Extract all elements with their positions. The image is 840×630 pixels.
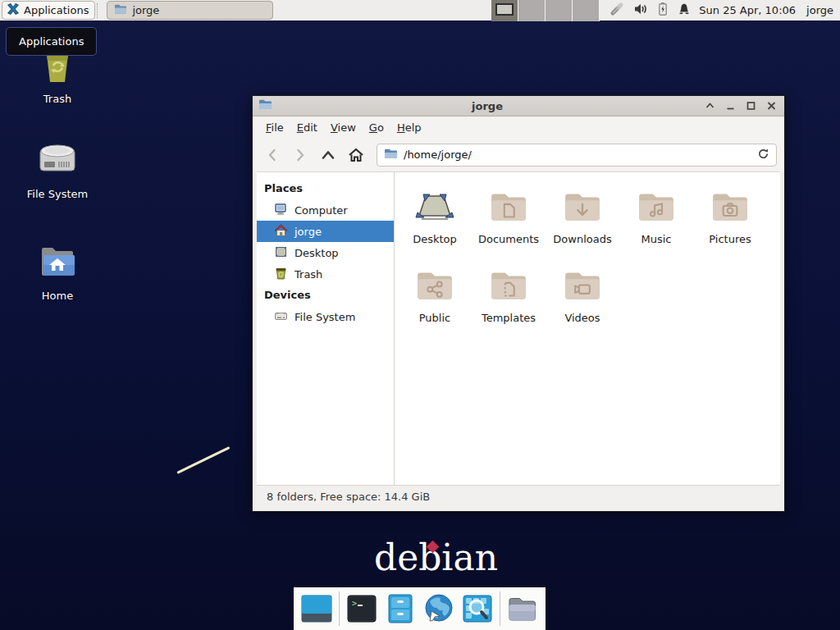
user-home-icon bbox=[274, 224, 288, 240]
sidebar-section-header: Devices bbox=[257, 285, 394, 306]
show-desktop-icon[interactable] bbox=[300, 592, 333, 625]
file-item-label: Documents bbox=[478, 233, 539, 245]
desktop-icon-home[interactable]: Home bbox=[10, 241, 105, 302]
sidebar-item-computer[interactable]: Computer bbox=[257, 199, 394, 221]
panel-clock[interactable]: Sun 25 Apr, 10:06 bbox=[699, 4, 796, 16]
window-frame bbox=[253, 508, 784, 511]
sidebar-section-header: Places bbox=[257, 178, 394, 199]
music-folder-icon bbox=[636, 186, 677, 230]
path-entry[interactable]: /home/jorge/ bbox=[377, 144, 777, 167]
desktop-special-icon bbox=[413, 186, 456, 230]
files-grid: Desktop Documents bbox=[395, 172, 780, 344]
applications-menu-button[interactable]: Applications bbox=[2, 1, 95, 20]
back-icon[interactable] bbox=[260, 143, 285, 167]
notifications-bell-icon[interactable] bbox=[678, 2, 691, 19]
desktop-icon-label: Trash bbox=[43, 93, 71, 105]
videos-folder-icon bbox=[562, 265, 603, 308]
sidebar: Places Computer bbox=[257, 172, 395, 485]
desktop-icon-label: File System bbox=[27, 188, 88, 200]
folder-icon[interactable] bbox=[506, 592, 539, 625]
sidebar-item-desktop[interactable]: Desktop bbox=[257, 242, 394, 263]
applications-menu-label: Applications bbox=[24, 4, 89, 16]
file-item-desktop[interactable]: Desktop bbox=[398, 186, 472, 265]
workspace-pager bbox=[491, 0, 600, 21]
menu-edit[interactable]: Edit bbox=[290, 119, 324, 136]
top-panel: Applications jorge bbox=[0, 0, 840, 22]
pen-icon[interactable] bbox=[609, 2, 624, 19]
titlebar[interactable]: jorge bbox=[253, 96, 784, 116]
file-item-label: Videos bbox=[564, 312, 600, 324]
file-cabinet-icon[interactable] bbox=[384, 592, 417, 625]
file-item-downloads[interactable]: Downloads bbox=[546, 186, 619, 265]
dock-separator bbox=[500, 591, 500, 626]
terminal-icon[interactable]: > bbox=[345, 592, 378, 625]
window-content: Places Computer bbox=[257, 171, 780, 485]
file-item-label: Templates bbox=[482, 312, 536, 324]
desktop-paint-stroke bbox=[176, 446, 230, 474]
sidebar-item-jorge[interactable]: jorge bbox=[257, 221, 394, 242]
public-folder-icon bbox=[414, 265, 455, 308]
shade-icon[interactable] bbox=[702, 98, 717, 113]
workspace-4[interactable] bbox=[573, 0, 600, 21]
file-item-public[interactable]: Public bbox=[398, 265, 472, 344]
workspace-1[interactable] bbox=[491, 0, 518, 21]
file-item-documents[interactable]: Documents bbox=[472, 186, 546, 265]
xfce-logo-icon bbox=[7, 2, 20, 18]
panel-user-menu[interactable]: jorge bbox=[806, 4, 833, 16]
close-icon[interactable] bbox=[764, 98, 778, 113]
bottom-dock: > bbox=[294, 587, 546, 630]
file-item-pictures[interactable]: Pictures bbox=[693, 186, 767, 265]
workspace-window-miniature bbox=[495, 3, 514, 16]
menu-view[interactable]: View bbox=[324, 119, 363, 136]
forward-icon[interactable] bbox=[288, 143, 313, 167]
path-text[interactable]: /home/jorge/ bbox=[404, 148, 751, 161]
svg-text:>: > bbox=[352, 599, 357, 608]
menu-file[interactable]: File bbox=[259, 119, 290, 136]
file-item-templates[interactable]: Templates bbox=[472, 265, 546, 344]
up-icon[interactable] bbox=[316, 143, 340, 167]
file-item-videos[interactable]: Videos bbox=[546, 265, 619, 344]
file-item-label: Desktop bbox=[413, 233, 457, 245]
pictures-folder-icon bbox=[710, 186, 751, 230]
minimize-icon[interactable] bbox=[723, 98, 737, 113]
file-item-label: Public bbox=[419, 312, 450, 324]
desktop-icon bbox=[274, 245, 288, 261]
menu-help[interactable]: Help bbox=[390, 119, 428, 136]
file-item-label: Pictures bbox=[709, 233, 751, 245]
statusbar: 8 folders, Free space: 14.4 GiB bbox=[257, 485, 780, 508]
web-browser-icon[interactable] bbox=[422, 592, 455, 625]
sidebar-item-label: Trash bbox=[294, 268, 322, 281]
sidebar-item-label: File System bbox=[294, 311, 355, 323]
maximize-icon[interactable] bbox=[743, 98, 758, 113]
taskbar-window-button[interactable]: jorge bbox=[107, 1, 273, 20]
home-icon[interactable] bbox=[344, 143, 368, 167]
panel-handle[interactable] bbox=[97, 3, 103, 18]
sidebar-item-label: jorge bbox=[294, 226, 322, 238]
statusbar-text: 8 folders, Free space: 14.4 GiB bbox=[267, 491, 430, 503]
files-pane[interactable]: Desktop Documents bbox=[395, 172, 780, 485]
sidebar-item-label: Computer bbox=[294, 204, 348, 217]
path-folder-icon bbox=[384, 148, 398, 162]
drive-icon bbox=[274, 309, 288, 325]
battery-icon[interactable] bbox=[657, 2, 669, 19]
sidebar-item-file-system[interactable]: File System bbox=[257, 306, 394, 327]
menu-go[interactable]: Go bbox=[363, 119, 390, 136]
volume-icon[interactable] bbox=[633, 2, 648, 18]
window-folder-icon bbox=[258, 98, 272, 113]
sidebar-item-trash[interactable]: Trash bbox=[257, 263, 394, 285]
toolbar: /home/jorge/ bbox=[253, 138, 784, 171]
file-item-music[interactable]: Music bbox=[619, 186, 693, 265]
tooltip-text: Applications bbox=[19, 35, 84, 48]
desktop-icon-file-system[interactable]: File System bbox=[10, 138, 105, 200]
folder-icon bbox=[114, 2, 127, 18]
file-item-label: Downloads bbox=[553, 233, 611, 245]
app-finder-icon[interactable] bbox=[461, 592, 494, 625]
home-folder-icon bbox=[37, 241, 78, 285]
workspace-3[interactable] bbox=[546, 0, 573, 21]
trash-icon bbox=[274, 267, 288, 282]
reload-icon[interactable] bbox=[757, 148, 769, 162]
debian-wordmark-text: debian bbox=[374, 536, 498, 578]
templates-folder-icon bbox=[488, 265, 529, 308]
workspace-2[interactable] bbox=[518, 0, 546, 21]
window-controls bbox=[702, 98, 778, 113]
